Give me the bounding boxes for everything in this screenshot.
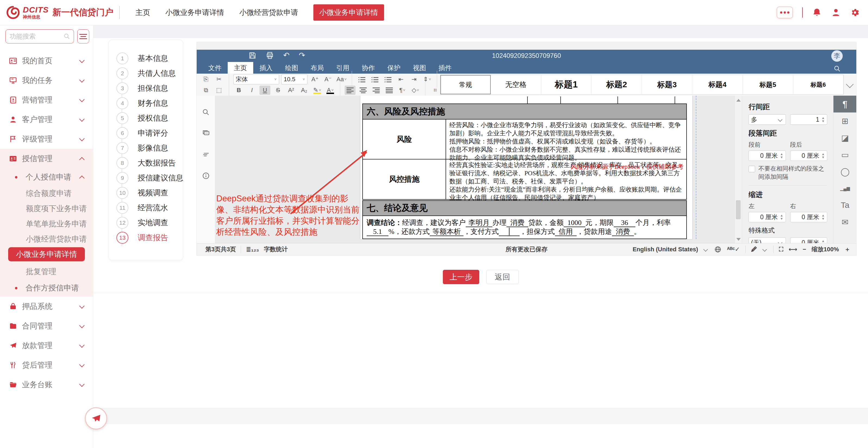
align-left-icon[interactable] [345,85,355,95]
notification-bell-icon[interactable] [812,8,822,18]
highlight-icon[interactable]: ✎˅ [312,85,322,95]
format-painter-icon[interactable]: ⌗ [430,85,441,95]
sidebar-item-综合额度申请[interactable]: 综合额度申请 [0,186,93,201]
scroll-thumb[interactable] [736,200,741,219]
shapes-panel-tab[interactable]: ◯ [833,163,856,180]
style-无空格[interactable]: 无空格 [491,75,541,94]
number-list-icon[interactable] [369,75,380,84]
sidebar-collapse-button[interactable] [77,29,89,43]
sidebar-item-个人授信申请[interactable]: 个人授信申请 [0,168,93,186]
sidebar-item-我的任务[interactable]: 我的任务 [0,71,93,90]
canvas-scrollbar[interactable] [735,96,742,243]
indent-right-stepper[interactable]: 0 厘米▲▼ [790,212,828,222]
edit-mode-icon[interactable]: 🖉 [751,246,757,253]
spellcheck-icon[interactable]: ᴬᴮᶜ✓ [727,246,740,253]
document-page[interactable]: 六、风险及风控措施 风险 经营风险：小微企业市场竞争力弱，易受行业波动（如政策变… [361,96,692,239]
sidebar-item-客户管理[interactable]: 客户管理 [0,110,93,129]
style-标题1[interactable]: 标题1 [541,75,592,94]
sidebar-item-额度项下业务申请[interactable]: 额度项下业务申请 [0,201,93,216]
spacing-after-stepper[interactable]: 0 厘米▲▼ [790,150,828,161]
step-1[interactable]: 1基本信息 [109,51,183,66]
user-profile-icon[interactable] [831,8,841,18]
no-gap-checkbox[interactable] [749,166,755,172]
zoom-level[interactable]: 缩放100% [812,245,839,253]
sidebar-item-授信管理[interactable]: 授信管理 [0,149,93,168]
table-panel-tab[interactable]: ⊞ [833,112,856,129]
bold-icon[interactable]: B [234,85,244,95]
function-search-input[interactable] [9,32,63,40]
cut-icon[interactable]: ✂ [214,75,224,84]
superscript-icon[interactable]: A² [286,85,297,95]
strikethrough-icon[interactable]: S [273,85,283,95]
conclusion-blank[interactable]: 消费 [506,219,528,227]
editor-search-icon[interactable] [833,65,841,73]
editor-menu-视图[interactable]: 视图 [407,62,432,74]
conclusion-blank[interactable]: 消费 [612,228,634,236]
editor-menu-主页[interactable]: 主页 [228,62,253,74]
conclusion-blank[interactable]: 36 [614,219,636,227]
text-panel-tab[interactable]: Ta [833,197,856,213]
step-5[interactable]: 5授权信息 [109,111,183,126]
sidebar-item-评级管理[interactable]: 评级管理 [0,129,93,149]
info-icon[interactable] [202,172,210,180]
fill-color-icon[interactable]: ◇˅ [410,85,421,95]
indent-icon[interactable]: ⇥ [409,75,420,84]
step-12[interactable]: 12实地调查 [109,215,183,230]
comments-icon[interactable] [202,129,210,137]
line-spacing-icon[interactable]: ⇕˅ [422,75,433,84]
conclusion-blank[interactable]: 李明月 [466,219,492,227]
outline-icon[interactable] [202,150,210,159]
line-spacing-select[interactable]: 多 [749,114,786,125]
sidebar-item-营销管理[interactable]: 营销管理 [0,90,93,110]
font-color-icon[interactable]: A˅ [325,85,336,95]
line-spacing-stepper[interactable]: 1▲▼ [790,114,828,125]
word-count-button[interactable]: 字数统计 [264,245,288,253]
styles-more-icon[interactable] [846,80,854,88]
step-4[interactable]: 4财务信息 [109,96,183,111]
style-常规[interactable]: 常规 [440,75,491,94]
step-10[interactable]: 10视频调查 [109,185,183,200]
align-center-icon[interactable] [358,85,369,95]
scroll-down-arrow[interactable] [736,238,741,241]
outdent-icon[interactable]: ⇤ [396,75,406,84]
editor-menu-文件[interactable]: 文件 [202,62,228,74]
previous-step-button[interactable]: 上一步 [443,270,479,284]
step-11[interactable]: 11经营流水 [109,200,183,215]
multilevel-list-icon[interactable] [382,75,393,84]
page-panel-tab[interactable]: ▭ [833,146,856,163]
align-right-icon[interactable] [371,85,382,95]
sidebar-item-业务台账[interactable]: 业务台账 [0,375,93,394]
copy-icon[interactable]: ⧉ [200,85,211,95]
conclusion-blank[interactable] [499,228,520,236]
conclusion-paragraph[interactable]: 调查结论：经调查，建议为客户李明月办理消费贷款，金额1000元，期限36个月，利… [362,216,687,239]
style-标题4[interactable]: 标题4 [692,75,743,94]
sidebar-item-我的首页[interactable]: 我的首页 [0,51,93,71]
sidebar-item-合作方授信申请[interactable]: 合作方授信申请 [0,279,93,297]
more-actions-button[interactable] [777,6,793,19]
fit-page-icon[interactable]: ⛶ [779,246,783,253]
font-decrease-icon[interactable]: A⁻ [322,75,334,84]
step-9[interactable]: 9授信建议信息 [109,170,183,185]
scroll-up-arrow[interactable] [736,99,741,102]
style-标题5[interactable]: 标题5 [743,75,793,94]
underline-icon[interactable]: U [259,85,270,95]
floating-feedback-button[interactable] [85,407,107,429]
chart-panel-tab[interactable]: ▁▄▆ [833,180,856,197]
globe-icon[interactable] [714,246,721,253]
zoom-in-button[interactable]: ＋ [844,245,850,253]
step-3[interactable]: 3担保信息 [109,81,183,96]
font-name-select[interactable]: 宋体˅ [234,74,279,84]
editor-menu-协作[interactable]: 协作 [355,62,381,74]
style-标题6[interactable]: 标题6 [793,75,843,94]
nav-tab-0[interactable]: 主页 [135,8,150,18]
sidebar-item-批复管理[interactable]: 批复管理 [0,264,93,279]
change-case-icon[interactable]: Aa˅ [336,75,347,84]
sidebar-item-放款管理[interactable]: 放款管理 [0,336,93,355]
font-increase-icon[interactable]: A⁺ [310,75,320,84]
step-13[interactable]: 13调查报告 [109,230,183,245]
editor-menu-布局[interactable]: 布局 [304,62,330,74]
step-2[interactable]: 2共借人信息 [109,66,183,81]
style-标题3[interactable]: 标题3 [642,75,692,94]
italic-icon[interactable]: I [246,85,257,95]
sidebar-item-贷后管理[interactable]: 贷后管理 [0,355,93,375]
